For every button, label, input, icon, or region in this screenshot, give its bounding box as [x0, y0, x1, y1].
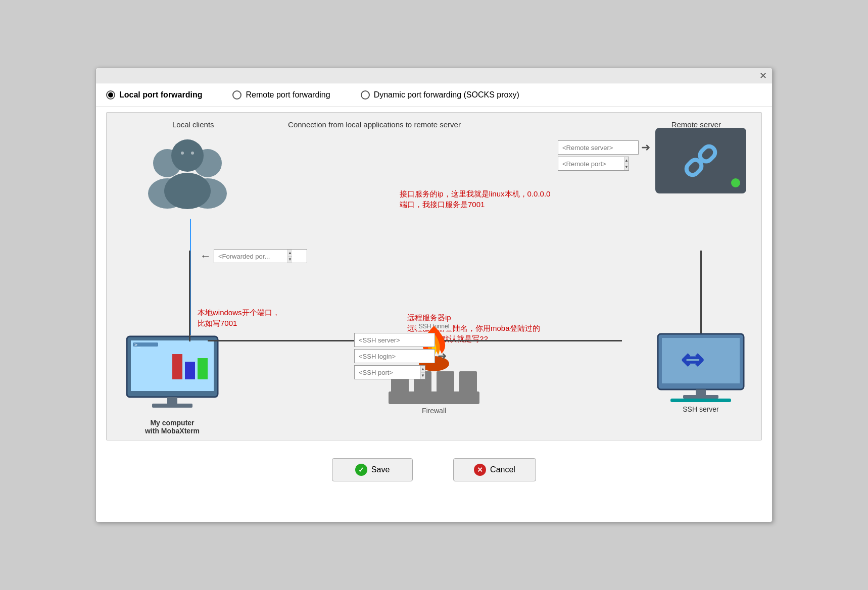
forwarded-input-group: ← ▲ ▼	[200, 249, 307, 263]
svg-rect-16	[198, 358, 208, 379]
svg-rect-15	[185, 362, 195, 379]
firewall-base	[389, 391, 479, 404]
ssh-server-svg: ⇔	[655, 331, 746, 402]
my-computer-text: My computerwith MobaXterm	[145, 419, 200, 435]
remote-port-input[interactable]	[558, 157, 624, 170]
computer-svg: >_	[122, 334, 223, 410]
remote-server-input[interactable]	[558, 140, 639, 155]
chain-icon-wrapper	[663, 135, 739, 186]
remote-port-field[interactable]: ▲ ▼	[558, 157, 629, 171]
save-button[interactable]: ✓ Save	[332, 458, 413, 481]
svg-rect-14	[172, 354, 182, 379]
server-box	[655, 128, 746, 193]
annotation-ip: 接口服务的ip，这里我就是linux本机，0.0.0.0 端口，我接口服务是70…	[400, 188, 550, 210]
firewall-label: Firewall	[422, 407, 446, 415]
ssh-port-field[interactable]: ▲ ▼	[354, 365, 425, 379]
svg-text:>_: >_	[134, 342, 141, 348]
my-computer-icon: >_	[122, 334, 223, 415]
arrow-from-forwarded: ←	[200, 250, 211, 263]
ssh-port-input[interactable]	[355, 366, 420, 379]
dialog: ✕ Local port forwarding Remote port forw…	[95, 68, 773, 522]
ssh-login-row: ➜	[354, 349, 447, 363]
input-group-remote: ➜ ▲ ▼	[558, 140, 650, 171]
forwarded-port-field[interactable]: ▲ ▼	[214, 249, 307, 263]
remote-port-down[interactable]: ▼	[624, 164, 629, 171]
radio-dynamic-label: Dynamic port forwarding (SOCKS proxy)	[374, 90, 519, 100]
green-dot	[731, 178, 740, 187]
remote-port-spinner[interactable]: ▲ ▼	[624, 157, 629, 170]
svg-rect-9	[698, 144, 718, 164]
ssh-port-down[interactable]: ▼	[421, 373, 425, 379]
save-check-icon: ✓	[355, 464, 367, 476]
remote-server-row: ➜	[558, 140, 650, 155]
bottom-buttons: ✓ Save ✕ Cancel	[96, 446, 772, 494]
people-group	[137, 135, 238, 216]
line-vertical-left	[189, 251, 190, 341]
forwarded-port-spinner[interactable]: ▲ ▼	[287, 250, 292, 263]
svg-rect-24	[683, 395, 718, 399]
label-local-clients: Local clients	[172, 120, 214, 129]
people-icon	[137, 135, 238, 216]
input-group-ssh: ➜ ▲ ▼	[354, 333, 447, 379]
ssh-port-row: ▲ ▼	[354, 365, 447, 379]
diagram-area: Local clients Connection from local appl…	[106, 112, 762, 440]
svg-point-5	[164, 173, 211, 209]
close-button[interactable]: ✕	[759, 71, 767, 80]
arrow-to-remote: ➜	[641, 141, 650, 154]
ssh-login-input[interactable]	[354, 349, 435, 363]
svg-point-4	[171, 139, 204, 172]
ssh-port-up[interactable]: ▲	[421, 366, 425, 373]
radio-dynamic[interactable]: Dynamic port forwarding (SOCKS proxy)	[361, 90, 519, 100]
chain-icon	[681, 140, 721, 181]
save-label: Save	[371, 465, 390, 474]
radio-local[interactable]: Local port forwarding	[106, 90, 202, 100]
ssh-server-label: SSH server	[655, 405, 746, 413]
ssh-server-icon: ⇔ SSH server	[655, 331, 746, 412]
ssh-server-input[interactable]	[354, 333, 435, 347]
radio-circle-remote	[232, 90, 242, 100]
my-computer-label: My computerwith MobaXterm	[124, 419, 220, 435]
ssh-port-spinner[interactable]: ▲ ▼	[420, 366, 425, 379]
label-connection: Connection from local applications to re…	[273, 120, 475, 129]
pillar-4	[459, 371, 477, 391]
ssh-server-row	[354, 333, 447, 347]
svg-rect-25	[670, 399, 731, 402]
arrow-to-ssh: ➜	[438, 350, 447, 363]
svg-point-7	[191, 152, 194, 155]
title-bar: ✕	[96, 68, 772, 83]
svg-text:⇔: ⇔	[681, 344, 704, 375]
forwarded-port-down[interactable]: ▼	[288, 257, 292, 263]
remote-port-row: ▲ ▼	[558, 157, 650, 171]
svg-rect-18	[152, 404, 192, 408]
radio-circle-local	[106, 90, 115, 100]
annotation-localport: 本地windows开个端口， 比如写7001	[198, 307, 280, 328]
cancel-button[interactable]: ✕ Cancel	[453, 458, 536, 481]
cancel-label: Cancel	[490, 465, 515, 474]
radio-remote[interactable]: Remote port forwarding	[232, 90, 330, 100]
remote-port-up[interactable]: ▲	[624, 157, 629, 164]
radio-circle-dynamic	[361, 90, 370, 100]
cancel-x-icon: ✕	[474, 464, 486, 476]
svg-point-6	[181, 152, 184, 155]
radio-remote-label: Remote port forwarding	[246, 90, 330, 100]
forwarded-port-up[interactable]: ▲	[288, 250, 292, 257]
remote-server-icon	[655, 128, 746, 204]
svg-rect-23	[696, 389, 706, 396]
radio-bar: Local port forwarding Remote port forwar…	[96, 83, 772, 107]
svg-rect-17	[167, 397, 177, 405]
radio-local-label: Local port forwarding	[119, 90, 202, 100]
line-vertical-right	[700, 251, 702, 341]
forwarded-port-input[interactable]	[214, 250, 287, 263]
